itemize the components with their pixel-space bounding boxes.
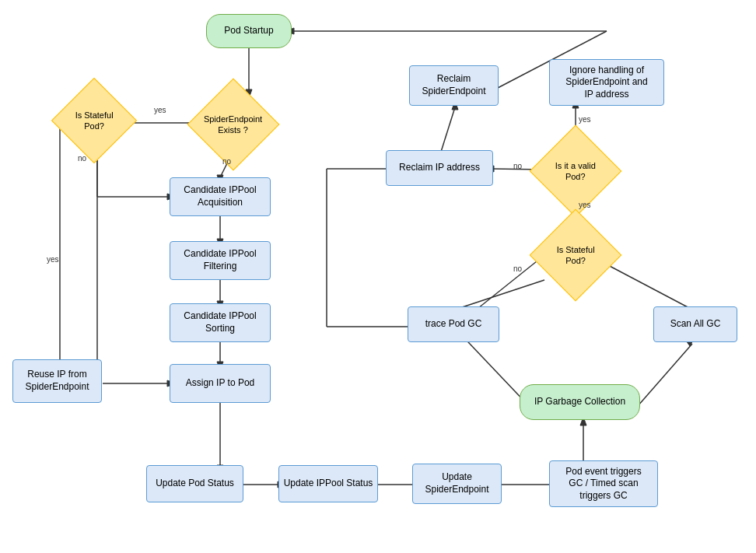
- svg-line-34: [455, 280, 544, 310]
- label-no-spider: no: [222, 157, 231, 166]
- ignore-handling-node: Ignore handling ofSpiderEndpoint andIP a…: [549, 59, 664, 106]
- reclaim-ip-label: Reclaim IP address: [399, 162, 480, 174]
- assign-ip-label: Assign IP to Pod: [186, 377, 255, 390]
- ignore-handling-label: Ignore handling ofSpiderEndpoint andIP a…: [565, 65, 647, 101]
- candidate-filter-label: Candidate IPPoolFiltering: [184, 248, 256, 272]
- pod-startup-label: Pod Startup: [224, 25, 273, 37]
- candidate-filter-node: Candidate IPPoolFiltering: [170, 241, 271, 280]
- pod-event-gc-label: Pod event triggersGC / Timed scantrigger…: [565, 466, 641, 502]
- pod-startup-node: Pod Startup: [206, 14, 292, 48]
- trace-pod-gc-node: trace Pod GC: [408, 306, 499, 342]
- update-ippool-status-label: Update IPPool Status: [284, 478, 373, 490]
- is-valid-pod-label: Is it a validPod?: [555, 160, 596, 183]
- pod-event-gc-node: Pod event triggersGC / Timed scantrigger…: [549, 460, 658, 507]
- label-yes-valid: yes: [579, 115, 591, 124]
- is-stateful-2-node: Is StatefulPod?: [530, 209, 622, 302]
- spider-exists-label: SpiderEndpointExists ?: [204, 114, 262, 136]
- label-yes-stateful1: yes: [47, 255, 59, 264]
- is-valid-pod-node: Is it a validPod?: [530, 125, 622, 218]
- candidate-acq-node: Candidate IPPool Acquisition: [170, 177, 271, 216]
- svg-line-35: [607, 264, 692, 310]
- label-yes-spider: yes: [154, 106, 166, 114]
- scan-all-gc-label: Scan All GC: [670, 318, 721, 331]
- scan-all-gc-node: Scan All GC: [653, 306, 737, 342]
- candidate-sort-label: Candidate IPPoolSorting: [184, 310, 256, 334]
- reclaim-ip-node: Reclaim IP address: [386, 150, 493, 186]
- is-stateful-1-label: Is StatefulPod?: [75, 110, 114, 132]
- label-no-stateful1: no: [78, 154, 86, 163]
- ip-garbage-node: IP Garbage Collection: [520, 384, 640, 420]
- update-spider-node: UpdateSpiderEndpoint: [412, 464, 502, 504]
- update-pod-status-node: Update Pod Status: [146, 465, 243, 502]
- label-no-valid: no: [513, 162, 522, 170]
- reclaim-spider-node: ReclaimSpiderEndpoint: [409, 65, 499, 106]
- reuse-ip-node: Reuse IP fromSpiderEndpoint: [12, 359, 102, 403]
- spider-exists-node: SpiderEndpointExists ?: [187, 79, 280, 171]
- is-stateful-2-label: Is StatefulPod?: [557, 244, 595, 267]
- update-ippool-status-node: Update IPPool Status: [278, 465, 378, 502]
- reuse-ip-label: Reuse IP fromSpiderEndpoint: [25, 369, 89, 393]
- ip-garbage-label: IP Garbage Collection: [534, 396, 625, 408]
- svg-line-45: [441, 107, 455, 152]
- label-no-stateful2: no: [513, 264, 522, 273]
- reclaim-spider-label: ReclaimSpiderEndpoint: [422, 73, 485, 97]
- trace-pod-gc-label: trace Pod GC: [425, 318, 482, 331]
- update-spider-label: UpdateSpiderEndpoint: [425, 471, 488, 495]
- candidate-sort-node: Candidate IPPoolSorting: [170, 303, 271, 342]
- update-pod-status-label: Update Pod Status: [156, 478, 234, 490]
- candidate-acq-label: Candidate IPPool Acquisition: [170, 184, 270, 208]
- label-yes-stateful2: yes: [579, 201, 591, 209]
- is-stateful-1-node: Is StatefulPod?: [51, 78, 137, 163]
- svg-line-32: [638, 344, 692, 406]
- assign-ip-node: Assign IP to Pod: [170, 364, 271, 403]
